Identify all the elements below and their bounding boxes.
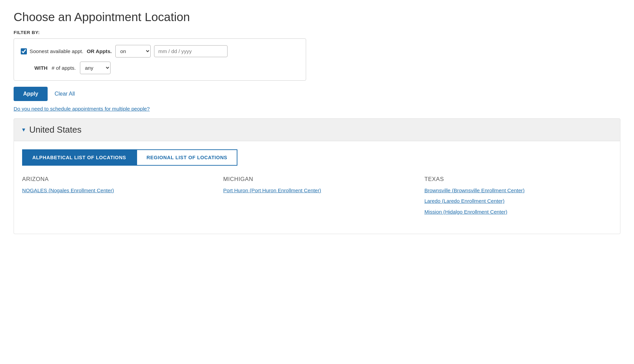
- us-section-header[interactable]: ▾ United States: [14, 118, 620, 141]
- actions-row: Apply Clear All: [14, 87, 620, 101]
- location-link[interactable]: Laredo (Laredo Enrollment Center): [424, 197, 612, 204]
- tab-regional[interactable]: REGIONAL LIST OF LOCATIONS: [136, 149, 238, 166]
- page-title: Choose an Appointment Location: [14, 10, 620, 24]
- us-section: ▾ United States ALPHABETICAL LIST OF LOC…: [14, 118, 620, 234]
- soonest-appt-checkbox[interactable]: [21, 48, 27, 54]
- locations-container: ALPHABETICAL LIST OF LOCATIONS REGIONAL …: [14, 141, 620, 234]
- num-appts-select[interactable]: any 1 2 3 4 5+: [80, 62, 111, 74]
- multiple-people-link[interactable]: Do you need to schedule appointments for…: [14, 106, 150, 112]
- with-label: WITH: [34, 65, 48, 71]
- location-link[interactable]: NOGALES (Nogales Enrollment Center): [22, 187, 210, 194]
- apply-button[interactable]: Apply: [14, 87, 48, 101]
- state-name-arizona: ARIZONA: [22, 176, 210, 183]
- location-link[interactable]: Port Huron (Port Huron Enrollment Center…: [223, 187, 411, 194]
- soonest-appt-label: Soonest available appt.: [30, 48, 83, 54]
- state-column-michigan: MICHIGAN Port Huron (Port Huron Enrollme…: [223, 176, 411, 219]
- location-link[interactable]: Mission (Hidalgo Enrollment Center): [424, 208, 612, 215]
- or-appts-label: OR Appts.: [87, 48, 112, 54]
- filter-by-label: FILTER BY:: [14, 30, 620, 35]
- appts-on-select[interactable]: on before after: [115, 45, 151, 57]
- tab-alphabetical[interactable]: ALPHABETICAL LIST OF LOCATIONS: [22, 149, 136, 166]
- state-column-texas: TEXAS Brownsville (Brownsville Enrollmen…: [424, 176, 612, 219]
- filter-left-section: Soonest available appt. OR Appts. on bef…: [21, 45, 228, 57]
- tabs-row: ALPHABETICAL LIST OF LOCATIONS REGIONAL …: [22, 149, 612, 166]
- filter-box: Soonest available appt. OR Appts. on bef…: [14, 38, 306, 81]
- filter-right-section: WITH # of appts. any 1 2 3 4 5+: [34, 62, 111, 74]
- location-link[interactable]: Brownsville (Brownsville Enrollment Cent…: [424, 187, 612, 194]
- us-section-title: United States: [29, 125, 82, 135]
- num-appts-label: # of appts.: [52, 65, 76, 71]
- checkbox-wrapper: Soonest available appt.: [21, 48, 83, 54]
- state-column-arizona: ARIZONA NOGALES (Nogales Enrollment Cent…: [22, 176, 210, 219]
- date-input[interactable]: [154, 45, 228, 57]
- state-name-michigan: MICHIGAN: [223, 176, 411, 183]
- clear-all-button[interactable]: Clear All: [54, 91, 75, 97]
- chevron-down-icon: ▾: [22, 126, 25, 133]
- state-name-texas: TEXAS: [424, 176, 612, 183]
- states-grid: ARIZONA NOGALES (Nogales Enrollment Cent…: [22, 176, 612, 226]
